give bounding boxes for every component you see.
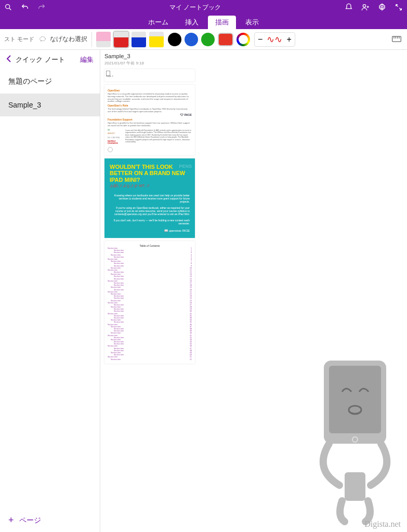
pen-tools — [96, 32, 164, 47]
back-button[interactable] — [6, 55, 11, 64]
highlighter-tool[interactable] — [149, 32, 164, 47]
ribbon-tabs: ホーム 挿入 描画 表示 — [0, 15, 407, 29]
add-person-icon[interactable] — [361, 3, 370, 11]
page-item-sample3[interactable]: Sample_3 — [0, 94, 100, 116]
svg-point-0 — [6, 5, 10, 9]
svg-point-5 — [381, 6, 383, 8]
settings-icon[interactable] — [378, 3, 386, 11]
svg-line-1 — [9, 8, 11, 10]
color-rainbow[interactable] — [237, 33, 250, 46]
page-sidebar: クイック ノート 編集 無題のページ Sample_3 + ページ — [0, 50, 100, 532]
color-red[interactable] — [218, 33, 233, 46]
color-green[interactable] — [201, 33, 215, 46]
pdf-page-thumb: Sample_3 — [104, 69, 195, 82]
stroke-minus-button[interactable]: − — [258, 35, 262, 44]
hewlett-logo: HEWLETT — [108, 133, 123, 135]
note-canvas[interactable]: Sample_3 2021/01/07 午前 9:18 Sample_3 Ope… — [100, 50, 407, 532]
gates-logo: BILL & MELINDA — [108, 137, 123, 139]
redo-icon[interactable] — [37, 3, 46, 11]
plus-icon: + — [8, 515, 14, 526]
tab-draw[interactable]: 描画 — [208, 16, 236, 29]
notebook-title: マイ ノートブック — [46, 3, 345, 12]
stroke-wave-icon: ∿∿ — [267, 34, 282, 45]
tab-view[interactable]: 表示 — [238, 16, 266, 29]
svg-rect-12 — [324, 361, 386, 444]
edit-pages-button[interactable]: 編集 — [80, 55, 94, 64]
ljaf-logo: ljaf — [108, 129, 123, 131]
svg-point-14 — [349, 406, 361, 414]
add-page-button[interactable]: + ページ — [0, 509, 100, 532]
stroke-width-control: − ∿∿ + — [254, 32, 295, 47]
stroke-plus-button[interactable]: + — [286, 35, 291, 44]
svg-rect-7 — [392, 36, 401, 42]
pen-red-tool[interactable] — [114, 32, 128, 47]
tab-home[interactable]: ホーム — [141, 16, 176, 29]
pdf-page-toc: Table of Contents Section item1Section i… — [104, 241, 195, 364]
document-title: Sample_3 — [100, 50, 407, 60]
page-item-untitled[interactable]: 無題のページ — [0, 70, 100, 94]
svg-rect-13 — [329, 366, 381, 433]
color-black[interactable] — [168, 33, 181, 46]
section-title: クイック ノート — [16, 55, 76, 64]
eraser-tool[interactable] — [96, 32, 111, 47]
watermark-text: Digista.net — [364, 520, 401, 529]
tab-insert[interactable]: 挿入 — [178, 16, 206, 29]
color-palette — [168, 33, 250, 46]
circle-logo — [108, 147, 113, 152]
svg-point-6 — [40, 36, 46, 41]
notification-icon[interactable] — [345, 3, 353, 11]
lasso-select-button[interactable]: なげなわ選択 — [38, 35, 87, 44]
ruler-icon[interactable] — [391, 34, 403, 45]
expand-icon[interactable] — [395, 3, 403, 11]
mode-label: スト モード — [4, 35, 34, 43]
color-blue[interactable] — [185, 33, 198, 46]
pdf-page-1: OpenStax OpenStax is a non-profit organi… — [104, 85, 195, 155]
draw-toolbar: スト モード なげなわ選択 − ∿∿ + — [0, 29, 407, 50]
svg-point-15 — [352, 437, 358, 442]
pen-blue-tool[interactable] — [132, 32, 146, 47]
search-icon[interactable] — [4, 3, 12, 11]
svg-point-2 — [363, 5, 365, 7]
pdf-page-teal: PENS WOULDN'T THIS LOOK BETTER ON A BRAN… — [104, 158, 195, 238]
toc-entry: Section item52 — [108, 358, 192, 361]
svg-rect-16 — [345, 472, 365, 501]
maxfield-logo: MAXFIELD FOUNDATION — [108, 141, 123, 144]
document-meta: 2021/01/07 午前 9:18 — [100, 60, 407, 69]
rice-logo: 🛡 RICE — [180, 113, 192, 117]
digista-mascot-icon — [298, 350, 402, 527]
undo-icon[interactable] — [21, 3, 29, 11]
